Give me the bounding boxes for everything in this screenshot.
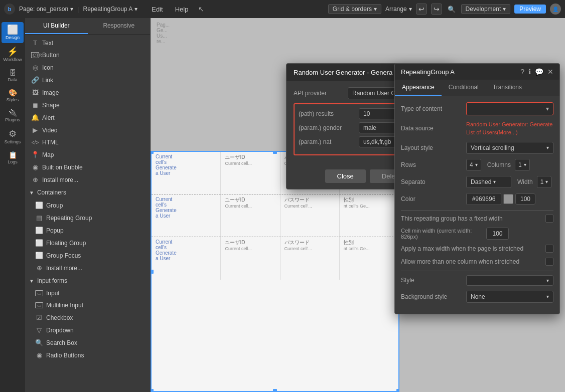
props-tab-transitions[interactable]: Transitions xyxy=(486,80,529,96)
fixed-width-checkbox[interactable] xyxy=(545,215,553,223)
panel-item-map[interactable]: 📍 Map xyxy=(25,148,150,161)
page-selector[interactable]: Page: one_person ▾ xyxy=(19,6,73,13)
panel-item-dropdown[interactable]: ▽ Dropdown xyxy=(25,324,150,336)
panel-item-repeating-group[interactable]: ▤ Repeating Group xyxy=(25,212,150,224)
sidebar-item-settings[interactable]: ⚙ Settings xyxy=(2,126,24,147)
topbar-actions: Edit Help ↖ xyxy=(150,5,204,14)
props-panel-icons: ? ℹ 💬 ✕ xyxy=(520,68,553,76)
sidebar-item-logs[interactable]: 📋 Logs xyxy=(2,148,24,167)
element-selector[interactable]: RepeatingGroup A ▾ xyxy=(83,6,137,13)
undo-button[interactable]: ↩ xyxy=(416,4,427,15)
panel-item-link[interactable]: 🔗 Link xyxy=(25,74,150,86)
api-close-button[interactable]: Close xyxy=(325,169,366,183)
edit-button[interactable]: Edit xyxy=(150,5,165,14)
props-help-icon[interactable]: ? xyxy=(520,68,524,76)
panel-item-alert[interactable]: 🔔 Alert xyxy=(25,111,150,124)
panel-item-group-focus[interactable]: ⬜ Group Focus xyxy=(25,249,150,262)
bubble-icon: ◉ xyxy=(31,163,39,171)
panel-item-input[interactable]: ▭ Input xyxy=(25,287,150,299)
topbar-separator: | xyxy=(77,6,79,13)
panel-item-floating-group[interactable]: ⬜ Floating Group xyxy=(25,237,150,249)
props-tab-appearance[interactable]: Appearance xyxy=(395,80,442,96)
containers-section[interactable]: ▼ Containers xyxy=(25,186,150,199)
panel-item-search-box[interactable]: 🔍 Search Box xyxy=(25,336,150,349)
cell-min-width-row: Cell min width (current width: 826px) 10… xyxy=(401,228,553,240)
canvas-area[interactable]: Pag...Ge...Us...re... Current cell's Gen… xyxy=(151,18,565,392)
redo-button[interactable]: ↪ xyxy=(431,4,442,15)
main-layout: ⬜ Design ⚡ Workflow 🗄 Data 🎨 Styles 🔌 Pl… xyxy=(0,18,565,392)
panel-item-multiline-input[interactable]: ▭ Multiline Input xyxy=(25,299,150,311)
plugins-icon: 🔌 xyxy=(9,109,17,116)
group-icon: ⬜ xyxy=(35,202,43,209)
grid-borders-button[interactable]: Grid & borders ▾ xyxy=(328,4,381,14)
data-source-value[interactable]: Random User Generator: Generate List of … xyxy=(466,120,553,137)
panel-item-image[interactable]: 🖼 Image xyxy=(25,86,150,99)
settings-icon: ⚙ xyxy=(9,129,17,138)
props-close-icon[interactable]: ✕ xyxy=(547,68,553,76)
sidebar-item-plugins[interactable]: 🔌 Plugins xyxy=(2,106,24,125)
multi-column-checkbox[interactable] xyxy=(545,258,553,266)
floating-group-icon: ⬜ xyxy=(35,239,43,247)
panel-item-text[interactable]: T Text xyxy=(25,37,150,49)
dropdown-icon: ▽ xyxy=(35,326,43,334)
resize-handle-bl[interactable] xyxy=(151,389,154,392)
panel-item-popup[interactable]: ⬜ Popup xyxy=(25,224,150,237)
color-swatch[interactable] xyxy=(503,194,513,204)
tab-responsive[interactable]: Responsive xyxy=(88,18,151,34)
bg-style-select[interactable]: None ▾ xyxy=(466,291,553,303)
sidebar-item-styles[interactable]: 🎨 Styles xyxy=(2,86,24,105)
separator-select[interactable]: Dashed ▾ xyxy=(466,176,511,188)
props-tab-conditional[interactable]: Conditional xyxy=(442,80,486,96)
columns-select[interactable]: 1 ▾ xyxy=(515,159,530,171)
props-comment-icon[interactable]: 💬 xyxy=(535,68,543,76)
color-opacity-value[interactable]: 100 xyxy=(515,193,535,205)
radio-icon: ◉ xyxy=(35,351,43,359)
rg-cell-2-4: 性別 nt cell's Ge... xyxy=(340,194,398,237)
panel-item-radio-buttons[interactable]: ◉ Radio Buttons xyxy=(25,349,150,361)
color-hex-value[interactable]: #969696 xyxy=(466,193,501,205)
param-results-label: (path) results xyxy=(299,110,359,117)
props-info-icon[interactable]: ℹ xyxy=(528,68,531,76)
help-button[interactable]: Help xyxy=(173,5,191,14)
rows-columns-group: 4 ▾ Columns 1 ▾ xyxy=(466,159,530,171)
max-width-checkbox[interactable] xyxy=(545,245,553,253)
resize-handle-br[interactable] xyxy=(396,389,399,392)
separator-chevron-icon: ▾ xyxy=(493,179,496,184)
sidebar-item-design[interactable]: ⬜ Design xyxy=(2,22,24,43)
panel-item-icon[interactable]: ◎ Icon xyxy=(25,61,150,74)
panel-item-built-on-bubble[interactable]: ◉ Install more... Built on Bubble xyxy=(25,161,150,173)
grid-dropdown-icon: ▾ xyxy=(374,6,377,13)
repeating-group-icon: ▤ xyxy=(35,214,43,222)
resize-handle-bm[interactable] xyxy=(273,389,277,392)
layout-style-select[interactable]: Vertical scrolling ▾ xyxy=(466,142,553,154)
development-button[interactable]: Development ▾ xyxy=(461,4,511,14)
input-forms-section[interactable]: ▼ Input forms xyxy=(25,274,150,287)
panel-item-html[interactable]: </> HTML xyxy=(25,136,150,148)
max-width-row: Apply a max width when the page is stret… xyxy=(401,245,553,253)
html-icon: </> xyxy=(31,140,39,145)
layout-style-row: Layout style Vertical scrolling ▾ xyxy=(401,142,553,154)
panel-item-shape[interactable]: ◼ Shape xyxy=(25,99,150,111)
cell-min-width-value[interactable]: 100 xyxy=(486,228,509,240)
width-select[interactable]: 1 ▾ xyxy=(537,176,552,188)
panel-item-checkbox[interactable]: ☑ Checkbox xyxy=(25,311,150,324)
panel-item-group[interactable]: ⬜ Group xyxy=(25,199,150,212)
panel-item-video[interactable]: ▶ Video xyxy=(25,124,150,136)
style-select[interactable]: ▾ xyxy=(466,275,553,286)
checkbox-icon: ☑ xyxy=(35,314,43,321)
panel-item-install-more-2[interactable]: ⊕ Install more... xyxy=(25,262,150,274)
sidebar-item-data[interactable]: 🗄 Data xyxy=(2,66,24,85)
arrange-button[interactable]: Arrange ▾ xyxy=(385,6,412,13)
type-of-content-input[interactable]: ▾ xyxy=(466,102,553,115)
sidebar-item-workflow[interactable]: ⚡ Workflow xyxy=(2,44,24,65)
preview-button[interactable]: Preview xyxy=(514,5,546,14)
search-button[interactable]: 🔍 xyxy=(446,4,457,15)
tab-ui-builder[interactable]: UI Builder xyxy=(25,18,88,34)
avatar[interactable]: 👤 xyxy=(550,4,561,15)
install-plus-icon-2: ⊕ xyxy=(35,264,43,272)
panel-item-install-more-1[interactable]: ⊕ Install more... xyxy=(25,173,150,186)
rows-select[interactable]: 4 ▾ xyxy=(466,159,481,171)
panel-item-button[interactable]: CTR Button xyxy=(25,49,150,61)
cursor-icon: ↖ xyxy=(198,5,204,13)
left-icon-sidebar: ⬜ Design ⚡ Workflow 🗄 Data 🎨 Styles 🔌 Pl… xyxy=(0,18,25,392)
